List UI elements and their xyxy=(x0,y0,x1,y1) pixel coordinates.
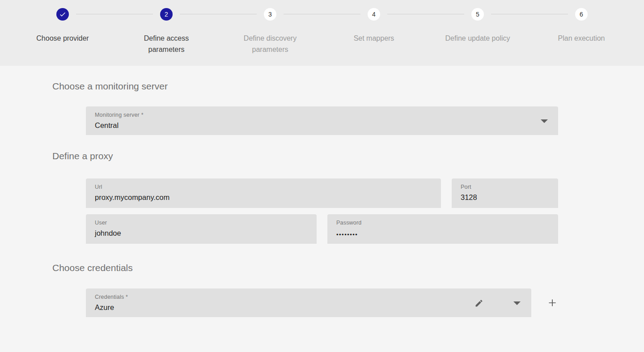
chevron-down-icon xyxy=(541,119,548,123)
monitoring-server-value: Central xyxy=(95,121,551,130)
step-label: Define discovery parameters xyxy=(230,33,310,55)
step-number-circle: 4 xyxy=(368,8,380,21)
step-completed-circle xyxy=(56,8,69,21)
step-label: Choose provider xyxy=(36,33,89,44)
proxy-port-value: 3128 xyxy=(461,193,551,202)
step-number-circle: 3 xyxy=(264,8,276,21)
step-number: 3 xyxy=(268,11,272,18)
step-number-circle: 6 xyxy=(575,8,588,21)
plus-icon xyxy=(547,297,558,309)
field-label: Credentials * xyxy=(95,294,524,300)
step-define-update-policy[interactable]: 5 Define update policy xyxy=(426,0,530,66)
credentials-value: Azure xyxy=(95,303,524,312)
proxy-password-field[interactable]: Password •••••••• xyxy=(327,214,558,244)
step-number: 5 xyxy=(476,11,479,18)
step-define-access-parameters[interactable]: 2 Define access parameters xyxy=(114,0,218,66)
step-choose-provider[interactable]: Choose provider xyxy=(11,0,114,66)
proxy-password-value: •••••••• xyxy=(336,230,551,239)
step-plan-execution[interactable]: 6 Plan execution xyxy=(530,0,633,66)
proxy-user-field[interactable]: User johndoe xyxy=(86,214,317,244)
step-label: Define access parameters xyxy=(126,33,207,55)
field-label: Monitoring server * xyxy=(95,112,551,118)
step-number-circle: 5 xyxy=(471,8,484,21)
step-number-circle: 2 xyxy=(160,8,173,21)
proxy-url-field[interactable]: Url proxy.mycompany.com xyxy=(86,178,441,208)
proxy-user-value: johndoe xyxy=(95,229,309,237)
proxy-url-value: proxy.mycompany.com xyxy=(95,193,434,202)
check-icon xyxy=(59,11,66,18)
step-number: 2 xyxy=(165,11,168,18)
credentials-select[interactable]: Credentials * Azure xyxy=(86,288,531,317)
step-label: Plan execution xyxy=(558,33,605,44)
step-number: 6 xyxy=(580,11,583,18)
step-label: Define update policy xyxy=(445,33,510,44)
field-label: Port xyxy=(461,184,551,190)
field-label: User xyxy=(95,220,309,226)
step-define-discovery-parameters[interactable]: 3 Define discovery parameters xyxy=(218,0,322,66)
monitoring-server-select[interactable]: Monitoring server * Central xyxy=(86,106,558,135)
section-title-monitoring-server: Choose a monitoring server xyxy=(52,81,644,91)
wizard-step-content: Choose a monitoring server Monitoring se… xyxy=(0,66,644,317)
section-title-credentials: Choose credentials xyxy=(52,263,644,273)
wizard-stepper: Choose provider 2 Define access paramete… xyxy=(0,0,644,66)
field-label: Password xyxy=(336,220,551,226)
add-credentials-button[interactable] xyxy=(547,297,558,309)
step-number: 4 xyxy=(372,11,376,18)
field-label: Url xyxy=(95,184,434,190)
edit-credentials-button[interactable] xyxy=(473,297,485,309)
pencil-icon xyxy=(475,299,483,308)
chevron-down-icon xyxy=(513,301,521,305)
step-label: Set mappers xyxy=(354,33,394,44)
step-set-mappers[interactable]: 4 Set mappers xyxy=(322,0,426,66)
section-title-proxy: Define a proxy xyxy=(52,151,644,161)
proxy-port-field[interactable]: Port 3128 xyxy=(452,178,558,208)
